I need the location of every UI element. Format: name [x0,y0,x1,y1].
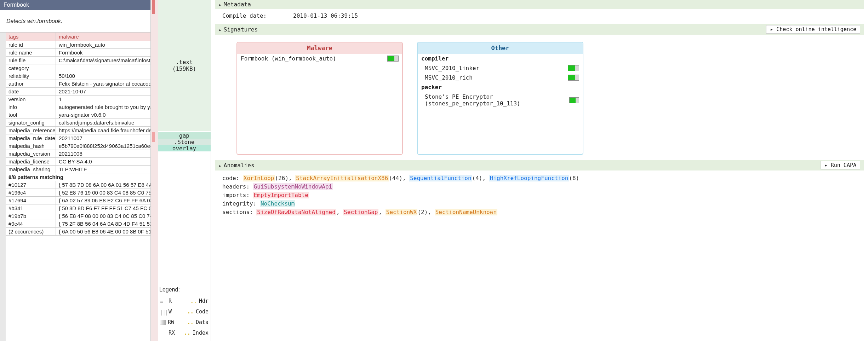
section-text[interactable]: .text (159KB) [158,0,211,131]
property-key: malpedia_license [6,158,56,165]
rule-properties-table: rule idwin_formbook_autorule nameFormboo… [6,41,150,173]
anomaly-line: integrity: NoChecksum [222,200,857,208]
property-row: malpedia_referencehttps://malpedia.caad.… [6,127,150,134]
pattern-bytes: { 52 E8 76 19 00 00 83 C4 08 85 C0 75 0 [56,189,150,196]
analysis-panel: Metadata Compile date: 2010-01-13 06:39:… [211,0,868,341]
property-key: rule name [6,49,56,56]
rule-detail-panel: Formbook Detects win.formbook. tags malw… [0,0,151,341]
compile-date-label: Compile date: [222,12,279,19]
anomalies-section-header[interactable]: Anomalies ▸ Run CAPA [215,160,864,170]
patterns-header[interactable]: 8/8 patterns matching [6,173,150,181]
legend-perm-icon [160,299,166,304]
metadata-section-header[interactable]: Metadata [215,0,864,9]
anomaly-tag[interactable]: EmptyImportTable [253,192,309,198]
run-capa-button[interactable]: ▸ Run CAPA [821,161,860,169]
anomaly-tag[interactable]: SequentialFunction [409,175,472,181]
pattern-row[interactable]: #10127{ 57 8B 7D 08 6A 00 6A 01 56 57 E8… [6,181,150,189]
signature-group: packer [418,82,583,92]
signature-name: Formbook (win_formbook_auto) [241,55,336,62]
pattern-bytes: { 6A 02 57 89 06 E8 E2 C6 FF FF 6A 03 5 [56,197,150,204]
pattern-bytes: { 6A 00 50 56 E8 06 4E 00 00 8B 0F 51 5 [56,228,150,235]
pattern-row[interactable]: #9c44{ 75 2F 8B 56 04 6A 0A 8D 4D F4 51 … [6,220,150,228]
expand-icon [219,162,222,169]
legend-type-icon: .. [184,330,190,336]
property-row: malpedia_sharingTLP:WHITE [6,166,150,173]
expand-icon [219,1,222,8]
anomaly-line: code: XorInLoop(26), StackArrayInitialis… [222,174,857,183]
legend-row: R..Hdr [159,296,209,306]
signature-item[interactable]: MSVC_2010_rich [418,73,583,82]
property-key: author [6,80,56,87]
expand-icon [219,26,222,33]
property-value: https://malpedia.caad.fkie.fraunhofer.de… [56,127,150,134]
section-map-stripe [151,0,158,341]
property-row: malpedia_version20211008 [6,150,150,158]
signatures-section-header[interactable]: Signatures ▸ Check online intelligence [215,24,864,35]
property-key: rule id [6,41,56,48]
property-value: 20211007 [56,134,150,142]
legend-type: Index [193,330,209,336]
property-row: reliability50/100 [6,72,150,80]
anomaly-tag[interactable]: SectionGap [343,209,378,215]
metadata-body: Compile date: 2010-01-13 06:39:15 [215,10,864,24]
patterns-table: #10127{ 57 8B 7D 08 6A 00 6A 01 56 57 E8… [6,181,150,236]
legend-row: RX..Index [159,328,209,338]
anomalies-body: code: XorInLoop(26), StackArrayInitialis… [215,172,864,221]
anomaly-tag[interactable]: GuiSubsystemNoWindowApi [253,183,333,190]
property-value: C:\malcat\data\signatures\malcat\infoste… [56,57,150,64]
anomaly-tag[interactable]: NoChecksum [260,200,295,207]
compile-date-value: 2010-01-13 06:39:15 [293,12,358,19]
signature-item[interactable]: Formbook (win_formbook_auto) [237,54,402,63]
section-name: .text [176,59,193,65]
property-row: date2021-10-07 [6,88,150,96]
pattern-row[interactable]: #b341{ 50 8D 8D F6 F7 FF FF 51 C7 45 FC … [6,204,150,212]
anomaly-line: imports: EmptyImportTable [222,191,857,200]
section-stone[interactable]: .Stone [158,139,211,145]
property-key: tool [6,111,56,119]
rule-description: Detects win.formbook. [0,10,150,33]
pattern-id: #196c4 [6,189,56,196]
pattern-row[interactable]: (2 occurences){ 6A 00 50 56 E8 06 4E 00 … [6,228,150,236]
signature-item[interactable]: MSVC_2010_linker [418,63,583,73]
anomaly-tag[interactable]: HighXrefLoopingFunction [489,175,569,181]
pattern-row[interactable]: #196c4{ 52 E8 76 19 00 00 83 C4 08 85 C0… [6,189,150,197]
section-gap[interactable]: gap [158,132,211,139]
signature-score-bar [568,65,579,71]
property-key: version [6,96,56,103]
signature-score-bar [387,56,399,62]
anomaly-tag[interactable]: SectionWX [386,209,418,215]
anomaly-tag[interactable]: SizeOfRawDataNotAligned [256,209,336,215]
property-value: autogenerated rule brought to you by yar… [56,103,150,111]
property-key: rule file [6,57,56,64]
property-row: malpedia_hashe5b790e0f888f252d49063a1251… [6,142,150,150]
pattern-bytes: { 56 E8 4F 08 00 00 83 C4 0C 85 C0 74 E [56,212,150,220]
tags-key: tags [6,33,56,41]
pattern-id: #10127 [6,181,56,189]
pattern-id: #9c44 [6,220,56,227]
pattern-row[interactable]: #19b7b{ 56 E8 4F 08 00 00 83 C4 0C 85 C0… [6,212,150,220]
anomaly-tag[interactable]: StackArrayInitialisationX86 [295,175,389,181]
property-value: 2021-10-07 [56,88,150,95]
pattern-bytes: { 50 8D 8D F6 F7 FF FF 51 C7 45 FC 00 [56,204,150,212]
property-row: version1 [6,96,150,103]
property-value: CC BY-SA 4.0 [56,158,150,165]
signature-item[interactable]: Stone's PE Encryptor (stones_pe_encrypto… [418,92,583,108]
legend-perm: R [169,298,172,304]
anomaly-tag[interactable]: XorInLoop [243,175,275,181]
pattern-row[interactable]: #17694{ 6A 02 57 89 06 E8 E2 C6 FF FF 6A… [6,197,150,204]
property-key: date [6,88,56,95]
signature-name: MSVC_2010_rich [425,74,473,81]
legend-row: W..Code [159,306,209,317]
property-key: info [6,103,56,111]
anomaly-line: headers: GuiSubsystemNoWindowApi [222,183,857,191]
section-overlay[interactable]: overlay [158,145,211,151]
anomaly-tag[interactable]: SectionNameUnknown [435,209,497,215]
property-value: 1 [56,96,150,103]
pattern-id: (2 occurences) [6,228,56,235]
property-key: malpedia_hash [6,142,56,150]
signature-name: Stone's PE Encryptor (stones_pe_encrypto… [425,93,569,107]
legend-perm-icon [160,330,166,335]
property-value: 50/100 [56,72,150,80]
legend-perm-icon [160,309,166,314]
check-intel-button[interactable]: ▸ Check online intelligence [766,25,860,34]
